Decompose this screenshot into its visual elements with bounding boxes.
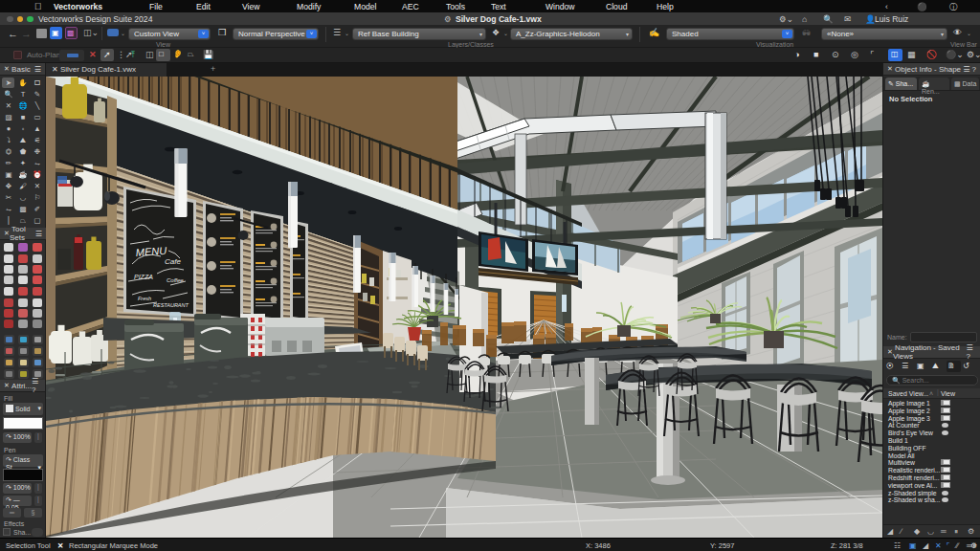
svg-text:Coffee: Coffee bbox=[167, 277, 184, 283]
svg-text:RESTAURANT: RESTAURANT bbox=[153, 302, 189, 308]
svg-text:Fresh: Fresh bbox=[138, 296, 151, 301]
svg-text:MENU: MENU bbox=[135, 245, 167, 258]
svg-text:PIZZA: PIZZA bbox=[134, 274, 153, 280]
svg-text:Cafe: Cafe bbox=[165, 257, 181, 266]
